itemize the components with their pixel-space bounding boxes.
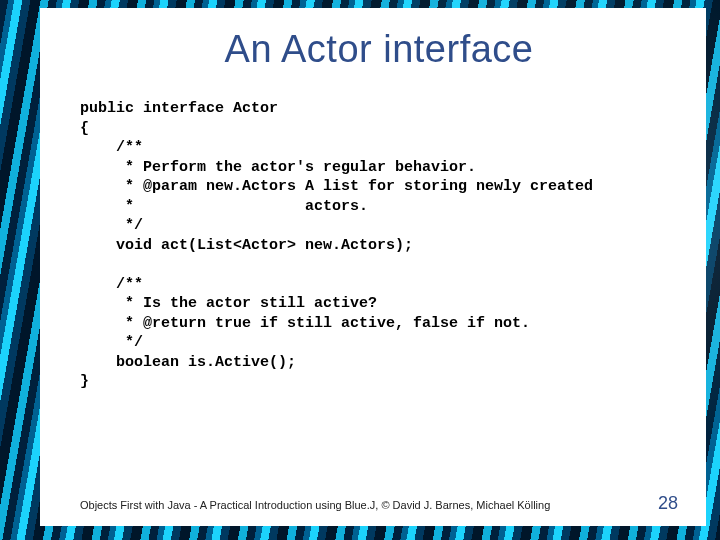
footer-citation: Objects First with Java - A Practical In… <box>80 499 550 511</box>
page-number: 28 <box>658 493 678 514</box>
slide-title: An Actor interface <box>80 28 678 71</box>
slide-card: An Actor interface public interface Acto… <box>40 8 706 526</box>
code-block: public interface Actor { /** * Perform t… <box>80 99 678 392</box>
slide-footer: Objects First with Java - A Practical In… <box>80 493 678 514</box>
